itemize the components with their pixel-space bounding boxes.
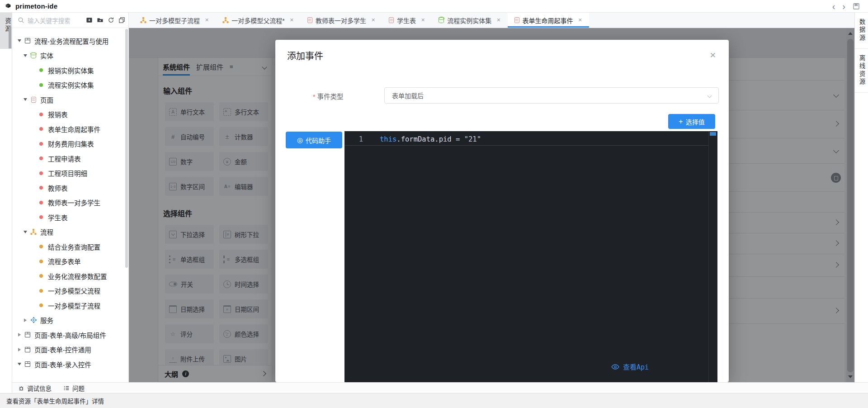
tree-item[interactable]: 页面-表单-录入控件 — [12, 357, 128, 372]
event-type-value: 表单加载后 — [392, 91, 424, 100]
view-api-link[interactable]: 查看Api — [611, 362, 649, 371]
rail-tab-offline-resources[interactable]: 离线资源 — [855, 49, 868, 93]
tree-item-label: 流程多表单 — [48, 256, 81, 266]
tree-item[interactable]: 流程 — [12, 225, 128, 240]
tree-item-label: 表单生命周起事件 — [48, 124, 100, 134]
tree-item[interactable]: 服务 — [12, 313, 128, 328]
tree-item[interactable]: 实体 — [12, 48, 128, 63]
code-line[interactable]: 1 this.formData.pid = "21" — [344, 133, 708, 146]
tree-item[interactable]: 流程-业务流程配置与使用 — [12, 33, 128, 48]
select-value-button[interactable]: + 选择值 — [668, 114, 715, 129]
tree-item-label: 服务 — [40, 315, 53, 325]
tree-item[interactable]: 报销实例实体集 — [12, 63, 128, 78]
tab-close-icon[interactable]: ✕ — [371, 17, 375, 23]
tree-expand-icon[interactable] — [16, 39, 23, 42]
search-placeholder: 输入关键字搜索 — [28, 16, 83, 25]
import-resource-icon[interactable] — [86, 17, 93, 24]
tab-close-icon[interactable]: ✕ — [578, 17, 582, 23]
tree-item[interactable]: 工程申请表 — [12, 151, 128, 166]
tree-item[interactable]: 表单生命周起事件 — [12, 122, 128, 137]
tree-item-label: 页面-表单-高级/布局组件 — [34, 330, 106, 340]
tree-item-label: 财务费用归集表 — [48, 139, 94, 148]
status-text: 查看资源「表单生命周起事件」详情 — [6, 396, 104, 405]
tree-item[interactable]: 流程多表单 — [12, 254, 128, 269]
tree-item[interactable]: 流程实例实体集 — [12, 78, 128, 93]
tree-item[interactable]: 教师表一对多学生 — [12, 195, 128, 210]
close-icon[interactable]: ✕ — [710, 51, 716, 60]
right-rail: 数据源 离线资源 — [854, 13, 868, 393]
tree-item[interactable]: 业务化流程参数配置 — [12, 269, 128, 284]
editor-scrollbar-thumb[interactable] — [710, 132, 716, 136]
tab-close-icon[interactable]: ✕ — [205, 17, 209, 23]
problems-button[interactable]: 问题 — [63, 384, 85, 393]
rail-scrollbar-thumb[interactable] — [9, 27, 11, 48]
event-type-select[interactable]: 表单加载后 — [384, 87, 719, 104]
refresh-icon[interactable] — [108, 17, 114, 24]
tree-item[interactable]: 财务费用归集表 — [12, 137, 128, 152]
dialog-title: 添加事件 — [287, 49, 323, 62]
tree-expand-icon[interactable] — [22, 54, 28, 57]
collapse-panels-icon[interactable] — [118, 17, 125, 24]
required-mark: * — [313, 93, 315, 100]
left-rail: 资源 — [0, 13, 12, 393]
debug-icon — [18, 385, 24, 391]
tree-item-icon — [39, 260, 43, 263]
tree-item[interactable]: 一对多模型子流程 — [12, 298, 128, 313]
tree-item[interactable]: 页面-表单-控件通用 — [12, 342, 128, 357]
tree-item-label: 报销实例实体集 — [48, 66, 94, 75]
code-helper-button[interactable]: ◎ 代码助手 — [286, 132, 342, 148]
tree-expand-icon[interactable] — [22, 318, 28, 322]
tree-expand-icon[interactable] — [22, 98, 28, 101]
tree-item[interactable]: 结合业务查询配置 — [12, 239, 128, 254]
new-folder-icon[interactable] — [97, 17, 104, 24]
tree-item[interactable]: 页面 — [12, 92, 128, 107]
code-text: this.formData.pid = "21" — [380, 135, 481, 143]
editor-tab[interactable]: 表单生命周起事件 ✕ — [508, 13, 589, 28]
rail-tab-datasource[interactable]: 数据源 — [855, 13, 868, 49]
tree-item[interactable]: 工程项目明细 — [12, 166, 128, 181]
tree-item-icon — [31, 52, 36, 58]
editor-tab[interactable]: 一对多模型父流程* ✕ — [216, 13, 301, 28]
tab-close-icon[interactable]: ✕ — [421, 17, 425, 23]
editor-tab[interactable]: 学生表 ✕ — [382, 13, 432, 28]
forward-icon[interactable]: › — [842, 3, 845, 10]
editor-tab[interactable]: 流程实例实体集 ✕ — [432, 13, 507, 28]
tree-item[interactable]: 一对多模型父流程 — [12, 284, 128, 299]
tree-item-icon — [25, 361, 30, 367]
editor-tab[interactable]: 一对多模型子流程 ✕ — [133, 13, 216, 28]
tree-item[interactable]: 页面-表单-高级/布局组件 — [12, 327, 128, 342]
tree-expand-icon[interactable] — [16, 348, 23, 351]
save-icon[interactable] — [853, 3, 860, 10]
tab-close-icon[interactable]: ✕ — [496, 17, 500, 23]
tree-expand-icon[interactable] — [16, 333, 23, 337]
sidebar-scrollbar-thumb[interactable] — [125, 29, 128, 268]
tree-item-icon — [31, 97, 36, 103]
tab-type-icon — [222, 17, 228, 24]
tree-item-label: 工程申请表 — [48, 154, 81, 163]
back-icon[interactable]: ‹ — [832, 3, 835, 10]
tree-expand-icon[interactable] — [16, 363, 23, 365]
tab-type-icon — [307, 17, 312, 23]
tree-item-icon — [39, 186, 43, 190]
titlebar: primeton-ide ‹ › — [0, 0, 868, 13]
tree-item[interactable]: 学生表 — [12, 210, 128, 225]
code-editor[interactable]: 1 this.formData.pid = "21" 查看Api — [344, 131, 717, 382]
tree-expand-icon[interactable] — [22, 231, 28, 233]
tree-item-icon — [39, 304, 43, 307]
tab-label: 一对多模型子流程 — [149, 16, 200, 25]
titlebar-actions: ‹ › — [832, 3, 863, 10]
search-input[interactable]: 输入关键字搜索 — [12, 13, 128, 28]
tree-item-icon — [39, 157, 43, 160]
debug-info-button[interactable]: 调试信息 — [18, 384, 52, 393]
tab-close-icon[interactable]: ✕ — [290, 17, 294, 23]
tab-label: 表单生命周起事件 — [523, 16, 573, 25]
tab-type-icon — [514, 17, 519, 23]
tab-label: 教师表一对多学生 — [316, 16, 366, 25]
tree-item[interactable]: 教师表 — [12, 180, 128, 195]
tree-item-label: 结合业务查询配置 — [48, 242, 100, 251]
tree-item-label: 实体 — [40, 51, 53, 60]
tree-item[interactable]: 报销表 — [12, 107, 128, 122]
editor-tab[interactable]: 教师表一对多学生 ✕ — [301, 13, 382, 28]
tree-item-label: 教师表一对多学生 — [48, 198, 100, 207]
editor-scrollbar[interactable] — [708, 131, 717, 382]
